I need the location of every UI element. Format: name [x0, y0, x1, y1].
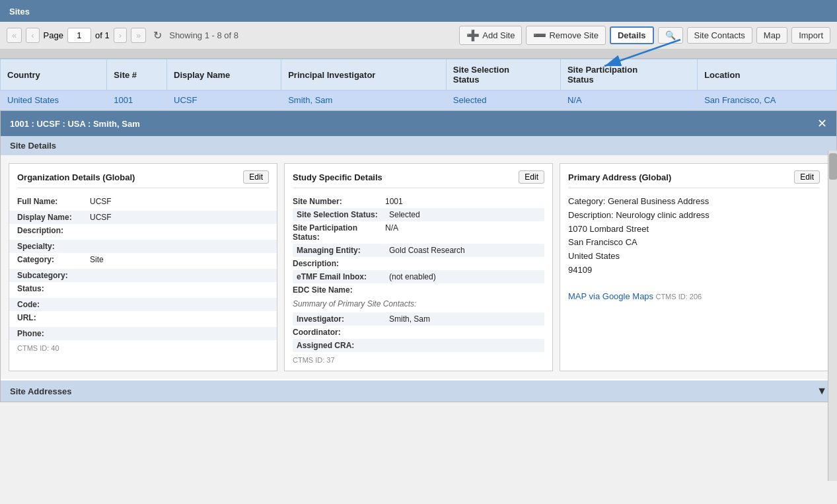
specialty-label: Specialty: [17, 242, 90, 251]
prev-page-button[interactable]: ‹ [26, 28, 39, 43]
scrollbar-thumb [829, 153, 837, 180]
col-location[interactable]: Location [698, 59, 837, 90]
refresh-button[interactable]: ↻ [150, 27, 165, 44]
import-label: Import [799, 30, 823, 40]
category-label: Category: [17, 255, 90, 264]
table-row[interactable]: United States 1001 UCSF Smith, Sam Selec… [1, 90, 837, 110]
address-card-header: Primary Address (Global) Edit [568, 170, 820, 188]
study-description-value [385, 257, 544, 270]
study-ctms-id: CTMS ID: 37 [293, 356, 544, 364]
study-edit-button[interactable]: Edit [519, 170, 544, 184]
sel-status-value: Selected [385, 208, 544, 221]
cell-country: United States [1, 90, 107, 110]
address-zip: 94109 [568, 264, 820, 277]
full-name-row: Full Name: UCSF [17, 195, 269, 208]
study-card-header: Study Specific Details Edit [293, 170, 544, 188]
details-label: Details [618, 30, 646, 40]
managing-entity-value: Gold Coast Research [385, 244, 544, 257]
vertical-scrollbar[interactable] [828, 151, 837, 481]
part-status-label: Site Participation Status: [293, 221, 385, 244]
site-number-value: 1001 [385, 195, 544, 208]
remove-site-label: Remove Site [549, 30, 598, 40]
col-participation-status[interactable]: Site ParticipationStatus [560, 59, 697, 90]
remove-site-button[interactable]: ➖ Remove Site [526, 26, 605, 45]
investigator-value: Smith, Sam [385, 312, 544, 326]
study-details-card: Study Specific Details Edit Site Number:… [284, 163, 553, 371]
code-label: Code: [17, 300, 90, 309]
managing-entity-label: Managing Entity: [293, 244, 385, 257]
first-page-button[interactable]: « [7, 28, 22, 43]
full-name-value: UCSF [90, 197, 112, 206]
sel-status-label: Site Selection Status: [293, 208, 385, 221]
horizontal-scrollbar[interactable] [0, 50, 837, 59]
org-card-title: Organization Details (Global) [17, 172, 135, 182]
subcategory-label: Subcategory: [17, 271, 90, 280]
detail-title: 1001 : UCSF : USA : Smith, Sam [10, 119, 140, 129]
org-ctms-id: CTMS ID: 40 [17, 344, 269, 352]
study-card-title: Study Specific Details [293, 172, 382, 182]
part-status-value: N/A [385, 221, 544, 244]
org-edit-button[interactable]: Edit [243, 170, 269, 184]
address-ctms-id: CTMS ID: 206 [655, 293, 702, 301]
assigned-cra-row: Assigned CRA: [293, 339, 544, 352]
category-row: Category: Site [17, 253, 269, 266]
address-city-state: San Francisco CA [568, 236, 820, 250]
coordinator-value [385, 326, 544, 339]
import-button[interactable]: Import [791, 27, 830, 44]
summary-label: Summary of Primary Site Contacts: [293, 297, 544, 311]
org-details-card: Organization Details (Global) Edit Full … [9, 163, 277, 371]
map-link[interactable]: MAP via Google Maps [568, 291, 653, 301]
next-page-button[interactable]: › [114, 28, 127, 43]
address-street: 1070 Lombard Street [568, 223, 820, 236]
map-button[interactable]: Map [756, 27, 787, 44]
edc-label: EDC Site Name: [293, 283, 385, 297]
col-display-name[interactable]: Display Name [167, 59, 281, 90]
expand-icon[interactable]: ▼ [817, 385, 827, 397]
col-selection-status[interactable]: Site SelectionStatus [446, 59, 560, 90]
details-button[interactable]: Details [610, 26, 654, 44]
cell-site-num: 1001 [107, 90, 167, 110]
last-page-button[interactable]: » [131, 28, 146, 43]
investigator-label: Investigator: [293, 312, 385, 326]
site-details-subheader: Site Details [1, 136, 836, 155]
etmf-row: eTMF Email Inbox: (not enabled) [293, 270, 544, 283]
page-wrapper: Sites « ‹ Page of 1 › » ↻ Showing 1 - 8 … [0, 0, 837, 504]
address-edit-button[interactable]: Edit [794, 170, 820, 184]
site-number-row: Site Number: 1001 [293, 195, 544, 208]
col-country[interactable]: Country [1, 59, 107, 90]
site-addresses-label: Site Addresses [10, 386, 71, 396]
contacts-summary-table: Investigator: Smith, Sam Coordinator: As… [293, 312, 544, 352]
description-row: Description: [17, 224, 269, 237]
close-button[interactable]: ✕ [817, 116, 827, 131]
address-country: United States [568, 250, 820, 264]
sel-status-row: Site Selection Status: Selected [293, 208, 544, 221]
specialty-row: Specialty: [9, 240, 277, 253]
sites-table: Country Site # Display Name Principal In… [0, 59, 837, 110]
page-label: Page [44, 30, 63, 40]
category-value: Site [90, 255, 104, 264]
managing-entity-row: Managing Entity: Gold Coast Research [293, 244, 544, 257]
site-addresses-bar: Site Addresses ▼ [1, 380, 836, 402]
col-pi[interactable]: Principal Investigator [281, 59, 447, 90]
description-label: Description: [17, 226, 90, 235]
add-site-button[interactable]: ➕ Add Site [459, 26, 522, 45]
of-label: of 1 [95, 30, 110, 40]
site-number-label: Site Number: [293, 195, 385, 208]
map-label: Map [764, 30, 780, 40]
etmf-value: (not enabled) [385, 270, 544, 283]
address-card-title: Primary Address (Global) [568, 172, 671, 182]
col-site-num[interactable]: Site # [107, 59, 167, 90]
address-description: Description: Neurology clinic address [568, 209, 820, 223]
search-button[interactable]: 🔍 [658, 27, 683, 44]
page-input[interactable] [67, 28, 91, 43]
site-contacts-button[interactable]: Site Contacts [687, 27, 752, 44]
display-name-value: UCSF [90, 213, 112, 222]
assigned-cra-label: Assigned CRA: [293, 339, 385, 352]
cell-location: San Francisco, CA [698, 90, 837, 110]
detail-content: Organization Details (Global) Edit Full … [1, 155, 836, 379]
code-row: Code: [9, 298, 277, 311]
detail-header: 1001 : UCSF : USA : Smith, Sam ✕ [1, 111, 836, 136]
study-description-row: Description: [293, 257, 544, 270]
assigned-cra-value [385, 339, 544, 352]
investigator-row: Investigator: Smith, Sam [293, 312, 544, 326]
